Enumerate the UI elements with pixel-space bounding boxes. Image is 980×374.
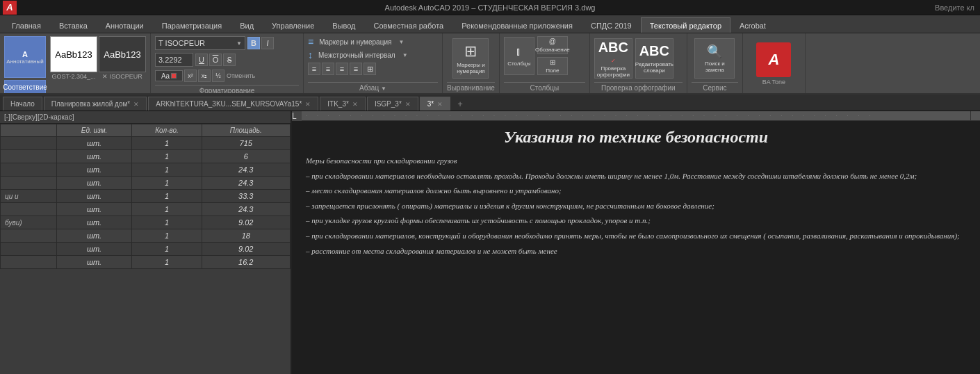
tab-view[interactable]: Вид [231,17,263,33]
text-body: Меры безопасности при складировании груз… [306,155,966,257]
close-3-tab[interactable]: ✕ [437,101,443,108]
unit-cell: шт. [56,190,132,203]
ribbon-tabs: Главная Вставка Аннотации Параметризация… [0,15,980,33]
field-button[interactable]: ⊞ Поле [537,57,568,75]
superscript-button[interactable]: x² [184,70,197,82]
tab-recommended[interactable]: Рекомендованные приложения [452,17,582,33]
tab-acrobat[interactable]: Acrobat [730,17,775,33]
annotation-button[interactable]: А Аннотативный [4,36,46,78]
ba-tone-panel: A BA Tone [743,33,806,93]
row-label-cell [1,243,57,256]
style-sample-1[interactable]: AaBb123 [50,36,97,72]
tab-collab[interactable]: Совместная работа [365,17,453,33]
unit-cell: шт. [56,243,132,256]
spell-panel: ABC ✓ Проверка орфографии ABC Редактиров… [590,33,687,93]
close-isgp-tab[interactable]: ✕ [405,101,411,108]
search-panel-label: Сервис [692,82,738,92]
text-paragraph: – место складирования материалов должно … [306,185,966,197]
italic-button[interactable]: I [261,37,274,49]
qty-cell: 1 [132,150,202,163]
area-cell: 9.02 [202,216,290,229]
doc-tab-itk[interactable]: ITK_3* ✕ [320,97,366,111]
font-size-input[interactable]: 3.2292 [155,53,193,67]
tab-output[interactable]: Вывод [323,17,364,33]
drawing-title: Указания по технике безопасности [306,128,966,147]
align-left-button[interactable]: ≡ [308,63,320,75]
doc-tab-home[interactable]: Начало [3,97,42,111]
tab-manage[interactable]: Управление [263,17,323,33]
unit-cell: шт. [56,163,132,177]
fraction-button[interactable]: ½ [212,70,224,82]
sovetst-button[interactable]: Соответствие [4,80,46,94]
area-cell: 715 [202,137,290,150]
align-large-button[interactable]: ⊞ Маркеры и нумерация [452,38,489,79]
search-panel: 🔍 Поиск и замена Сервис [687,33,743,93]
window-title: Autodesk AutoCAD 2019 – СТУДЕНЧЕСКАЯ ВЕР… [385,3,596,12]
edit-dict-button[interactable]: ABC Редактировать словари [635,38,673,79]
close-planning-tab[interactable]: ✕ [133,101,139,108]
unit-cell: шт. [56,177,132,190]
formatting-panel: T ISOCPEUR ▼ B I 3.2292 U O [151,33,304,93]
doc-tab-isgp[interactable]: ISGP_3* ✕ [367,97,418,111]
style-name-1: GOST-2.304_... [50,73,97,80]
close-arkhitektura-tab[interactable]: ✕ [305,101,311,108]
doc-tab-arkhitektura-label: ARKhITEKTURA_3KU...SEM_KURSOVAYa15* [156,100,302,108]
tab-home[interactable]: Главная [3,17,50,33]
doc-tab-3[interactable]: 3* ✕ [420,97,450,111]
color-button[interactable]: Aa [155,70,183,81]
insert-panel-label: Столбцы [504,82,585,92]
spell-check-button[interactable]: ABC ✓ Проверка орфографии [594,38,632,79]
tab-annotations[interactable]: Аннотации [97,17,153,33]
distribute-button[interactable]: ⊞ [364,63,376,75]
col-area-header: Площадь. [202,124,290,137]
underline-button[interactable]: U [195,54,208,66]
designation-button[interactable]: @ Обозначение [537,36,568,54]
row-label-cell [1,150,57,163]
table-row: буви)шт.19.02 [1,216,291,229]
main-content: [-][Сверху][2D-каркас] Ед. изм. Кол-во. … [0,111,980,374]
ruler-scrollbar[interactable] [970,111,980,121]
tab-insert[interactable]: Вставка [50,17,97,33]
doc-tab-planning[interactable]: Планировка жилой дом* ✕ [44,97,147,111]
text-paragraph: – при складировании материалов необходим… [306,170,966,183]
area-cell: 6 [202,150,290,163]
doc-tab-arkhitektura[interactable]: ARKhITEKTURA_3KU...SEM_KURSOVAYa15* ✕ [148,97,318,111]
text-paragraph: – при укладке грузов круглой формы обесп… [306,215,966,227]
search-replace-button[interactable]: 🔍 Поиск и замена [694,38,735,79]
row-label-cell [1,177,57,190]
unit-cell: шт. [56,150,132,163]
unit-cell: шт. [56,216,132,229]
tab-parametrize[interactable]: Параметризация [153,17,231,33]
align-center-button[interactable]: ≡ [322,63,334,75]
qty-cell: 1 [132,256,202,269]
subscript-button[interactable]: x₂ [198,70,211,82]
cancel-format-label[interactable]: Отменить [227,72,255,79]
tab-spds[interactable]: СПДС 2019 [582,17,641,33]
doc-tabs: Начало Планировка жилой дом* ✕ ARKhITEKT… [0,95,980,111]
strikethrough-button[interactable]: S [223,54,236,66]
style-sample-2[interactable]: AaBb123 [99,36,146,72]
font-dropdown[interactable]: T ISOCPEUR ▼ [155,36,245,50]
drawing-area: L · · · · · · · · · · · · · · · · · · · … [292,111,980,374]
row-label-cell [1,229,57,243]
ruler-corner: L [292,111,302,121]
qty-cell: 1 [132,190,202,203]
new-tab-button[interactable]: + [452,97,468,111]
columns-button[interactable]: ⫾ Столбцы [504,37,534,75]
tab-text-editor[interactable]: Текстовый редактор [641,17,730,33]
bold-button[interactable]: B [247,37,260,49]
ba-tone-icon[interactable]: A [756,42,791,77]
style-panel: А Аннотативный Соответствие А AaBb123 [0,33,151,93]
align-justify-button[interactable]: ≡ [350,63,362,75]
row-label-cell [1,163,57,177]
overline-button[interactable]: O [209,54,222,66]
formatting-panel-label: Форматирование [155,85,299,95]
table-row: шт.124.3 [1,177,291,190]
search-field-right[interactable]: Введите кл [935,3,974,12]
area-cell: 33.3 [202,190,290,203]
align-right-button[interactable]: ≡ [336,63,348,75]
unit-cell: шт. [56,203,132,216]
app-icon[interactable]: A [3,1,17,15]
table-row: ци ишт.133.3 [1,190,291,203]
close-itk-tab[interactable]: ✕ [352,101,358,108]
